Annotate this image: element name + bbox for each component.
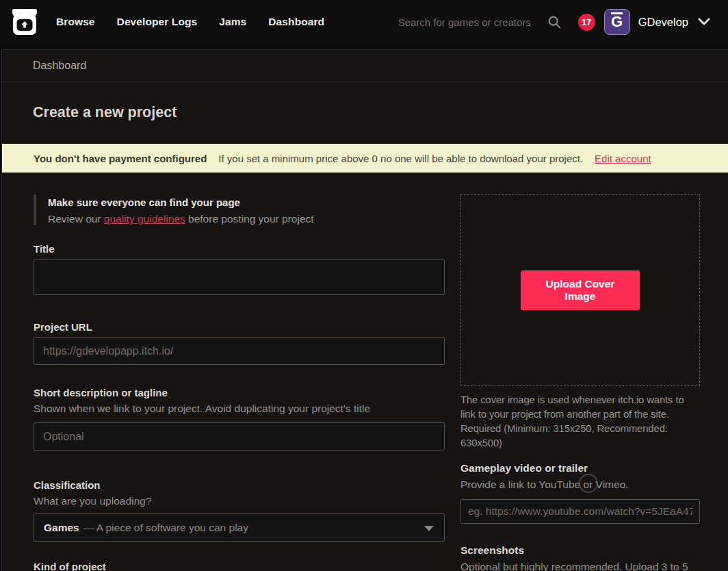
classification-value-description: — A piece of software you can play bbox=[83, 522, 248, 534]
gameplay-video-label: Gameplay video or trailer bbox=[460, 462, 700, 474]
chevron-down-icon[interactable] bbox=[698, 18, 710, 26]
kind-of-project-label: Kind of project bbox=[34, 561, 445, 571]
screenshots-label: Screenshots bbox=[460, 544, 700, 557]
page-title: Create a new project bbox=[2, 82, 728, 144]
tagline-label: Short description or tagline bbox=[34, 387, 445, 398]
itchio-logo[interactable] bbox=[11, 7, 38, 37]
nav-item-browse[interactable]: Browse bbox=[56, 16, 95, 28]
callout-text-before: Review our bbox=[48, 213, 104, 225]
breadcrumb-row: Dashboard bbox=[2, 50, 728, 82]
callout-text-after: before posting your project bbox=[185, 213, 314, 225]
classification-label: Classification bbox=[34, 479, 445, 491]
payment-warning-banner: You don't have payment configured If you… bbox=[2, 144, 728, 173]
banner-bold-text: You don't have payment configured bbox=[34, 153, 207, 164]
classification-value: Games bbox=[44, 522, 79, 534]
cover-image-help: The cover image is used whenever itch.io… bbox=[460, 393, 700, 451]
project-url-input[interactable] bbox=[34, 337, 445, 365]
title-label: Title bbox=[34, 243, 445, 255]
upload-cover-image-button[interactable]: Upload Cover Image bbox=[521, 270, 640, 310]
tagline-input[interactable] bbox=[34, 422, 445, 451]
top-header: BrowseDeveloper LogsJamsDashboard 17 G G… bbox=[0, 0, 728, 44]
screenshots-help: Optional but highly recommended. Upload … bbox=[460, 561, 700, 571]
nav-item-dashboard[interactable]: Dashboard bbox=[268, 16, 324, 28]
callout-title: Make sure everyone can find your page bbox=[48, 194, 445, 208]
classification-select[interactable]: Games — A piece of software you can play bbox=[34, 513, 445, 542]
main-nav: BrowseDeveloper LogsJamsDashboard bbox=[56, 16, 324, 28]
gameplay-video-input[interactable] bbox=[460, 499, 700, 524]
form-right-column: Upload Cover Image The cover image is us… bbox=[460, 194, 700, 571]
gameplay-video-help-text: Provide a link to YouTube or Vimeo. bbox=[460, 479, 629, 490]
gdevelop-logo-icon: G bbox=[611, 12, 623, 29]
gameplay-video-help: Provide a link to YouTube or Vimeo. bbox=[460, 479, 700, 491]
form-left-column: Make sure everyone can find your page Re… bbox=[34, 194, 445, 571]
select-dropdown-arrow-icon bbox=[424, 526, 434, 531]
classification-help: What are you uploading? bbox=[34, 495, 445, 507]
nav-item-developer-logs[interactable]: Developer Logs bbox=[117, 16, 198, 28]
user-avatar[interactable]: G bbox=[604, 9, 630, 35]
quality-guidelines-callout: Make sure everyone can find your page Re… bbox=[34, 194, 445, 225]
nav-item-jams[interactable]: Jams bbox=[219, 16, 246, 28]
itchio-logo-icon bbox=[11, 8, 38, 36]
quality-guidelines-link[interactable]: quality guidelines bbox=[104, 213, 185, 225]
notification-badge[interactable]: 17 bbox=[578, 14, 595, 31]
username[interactable]: GDevelop bbox=[638, 16, 688, 29]
search-icon[interactable] bbox=[547, 14, 562, 29]
search-input[interactable] bbox=[398, 16, 545, 28]
breadcrumb[interactable]: Dashboard bbox=[33, 60, 86, 72]
title-input[interactable] bbox=[34, 259, 445, 295]
tagline-help: Shown when we link to your project. Avoi… bbox=[34, 403, 445, 415]
edit-account-link[interactable]: Edit account bbox=[595, 153, 651, 164]
header-right: 17 G GDevelop bbox=[398, 9, 714, 35]
form-columns: Make sure everyone can find your page Re… bbox=[2, 173, 728, 571]
banner-message: If you set a minimum price above 0 no on… bbox=[218, 153, 583, 164]
cover-image-dropzone[interactable]: Upload Cover Image bbox=[460, 194, 700, 386]
project-url-label: Project URL bbox=[34, 321, 445, 333]
page-container: Dashboard Create a new project You don't… bbox=[1, 49, 728, 571]
callout-subtitle: Review our quality guidelines before pos… bbox=[48, 213, 445, 225]
